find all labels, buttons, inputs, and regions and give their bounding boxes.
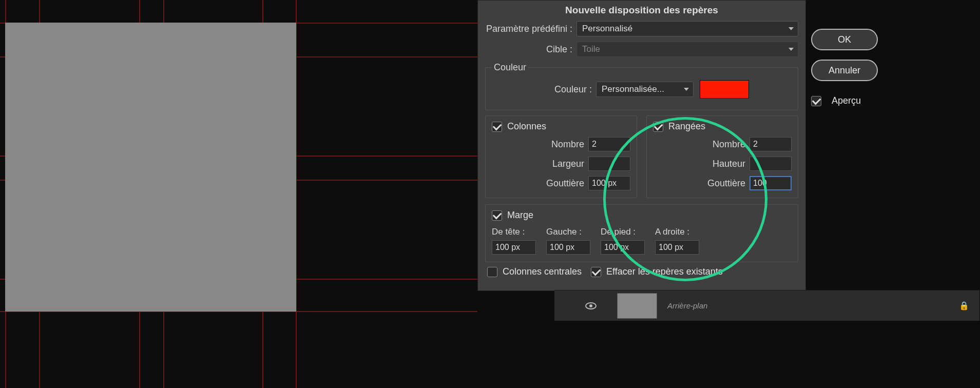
columns-gutter-input[interactable]: 100 px (588, 176, 630, 190)
margin-title: Marge (507, 210, 533, 221)
clear-guides-checkbox[interactable] (591, 267, 601, 277)
center-columns-checkbox[interactable] (487, 267, 497, 277)
lock-icon[interactable]: 🔒 (959, 301, 969, 311)
columns-width-input[interactable] (588, 157, 630, 171)
margin-panel: Marge De tête : 100 px Gauche : 100 px D… (485, 204, 798, 262)
preset-select[interactable]: Personnalisé (577, 21, 798, 36)
center-columns-label: Colonnes centrales (503, 266, 582, 277)
target-select: Toile (577, 42, 798, 57)
rows-number-label: Nombre (653, 139, 750, 150)
columns-number-label: Nombre (492, 139, 588, 150)
color-group-legend: Couleur (492, 62, 528, 73)
chevron-down-icon (684, 88, 689, 91)
cancel-button[interactable]: Annuler (811, 60, 878, 81)
new-guide-layout-dialog: Nouvelle disposition des repères Paramèt… (477, 0, 806, 291)
color-label: Couleur : (534, 84, 596, 95)
rows-title: Rangées (668, 121, 705, 132)
preview-label: Aperçu (832, 95, 861, 106)
margin-bottom-label: De pied : (601, 227, 645, 237)
columns-title: Colonnes (507, 121, 546, 132)
visibility-eye-icon[interactable] (585, 302, 597, 309)
clear-guides-label: Effacer les repères existants (606, 266, 723, 277)
chevron-down-icon (789, 48, 794, 51)
target-value: Toile (582, 42, 600, 56)
columns-number-input[interactable]: 2 (588, 137, 630, 151)
color-group: Couleur Couleur : Personnalisée... (485, 62, 798, 110)
chevron-down-icon (789, 27, 794, 30)
layer-name[interactable]: Arrière-plan (667, 301, 707, 310)
columns-gutter-label: Gouttière (492, 178, 588, 189)
margin-left-input[interactable]: 100 px (546, 240, 590, 255)
rows-height-label: Hauteur (653, 159, 750, 169)
margin-left-label: Gauche : (546, 227, 590, 237)
margin-right-input[interactable]: 100 px (655, 240, 699, 255)
margin-top-input[interactable]: 100 px (492, 240, 536, 255)
target-label: Cible : (485, 44, 577, 55)
preset-value: Personnalisé (582, 22, 632, 36)
preset-label: Paramètre prédéfini : (485, 24, 577, 34)
layer-thumbnail[interactable] (617, 293, 657, 319)
rows-height-input[interactable] (750, 157, 792, 171)
layers-panel-row: Arrière-plan 🔒 (554, 290, 979, 321)
color-swatch[interactable] (700, 80, 749, 99)
margin-checkbox[interactable] (492, 210, 502, 221)
dialog-side-buttons: OK Annuler Aperçu (811, 29, 878, 106)
rows-checkbox[interactable] (653, 122, 663, 132)
preview-checkbox[interactable] (811, 96, 821, 106)
rows-number-input[interactable]: 2 (750, 137, 792, 151)
rows-gutter-input[interactable]: 100 (750, 176, 792, 190)
margin-bottom-input[interactable]: 100 px (601, 240, 645, 255)
rows-panel: Rangées Nombre 2 Hauteur Gouttière 100 (646, 115, 798, 198)
color-select[interactable]: Personnalisée... (596, 82, 694, 97)
color-value: Personnalisée... (602, 82, 664, 96)
margin-top-label: De tête : (492, 227, 536, 237)
margin-right-label: A droite : (655, 227, 699, 237)
canvas[interactable] (5, 23, 296, 312)
dialog-title: Nouvelle disposition des repères (478, 1, 805, 21)
columns-panel: Colonnes Nombre 2 Largeur Gouttière 100 … (485, 115, 637, 198)
ok-button[interactable]: OK (811, 29, 878, 50)
rows-gutter-label: Gouttière (653, 178, 750, 189)
columns-width-label: Largeur (492, 159, 588, 169)
columns-checkbox[interactable] (492, 122, 502, 132)
